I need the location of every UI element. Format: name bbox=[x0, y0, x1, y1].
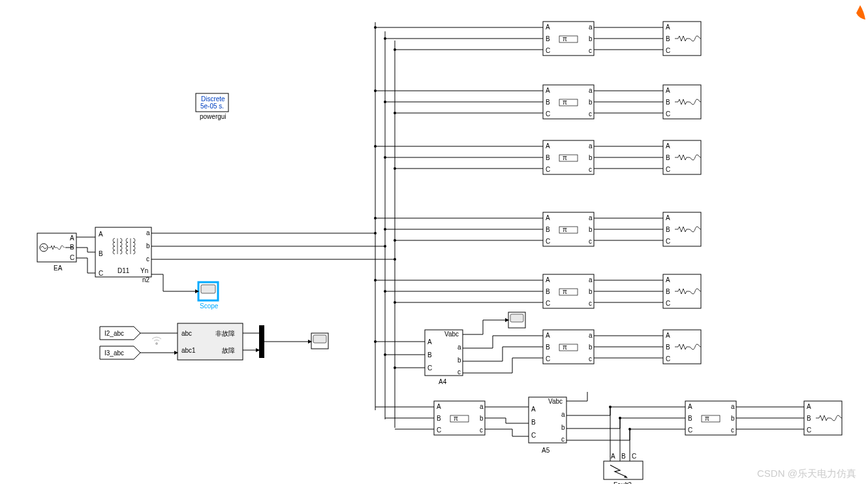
svg-text:A: A bbox=[99, 231, 103, 238]
svg-point-57 bbox=[394, 112, 396, 114]
scope-a4[interactable] bbox=[508, 312, 525, 328]
svg-point-65 bbox=[384, 290, 386, 293]
powergui-block[interactable]: Discrete 5e-05 s. powergui bbox=[196, 93, 228, 120]
svg-point-74 bbox=[609, 406, 612, 408]
svg-point-59 bbox=[384, 156, 386, 159]
svg-point-43 bbox=[156, 343, 158, 345]
load-4[interactable] bbox=[663, 212, 701, 246]
fault-label: Fault2 bbox=[613, 481, 632, 484]
scope-2[interactable] bbox=[311, 333, 328, 349]
transformer-block[interactable]: A C B a b c D11 Yn n2 bbox=[95, 227, 151, 283]
pi-5[interactable] bbox=[543, 274, 594, 308]
corner-badge bbox=[856, 5, 865, 20]
svg-point-60 bbox=[394, 167, 396, 170]
pi-1[interactable] bbox=[543, 22, 594, 56]
svg-point-58 bbox=[374, 145, 377, 148]
scope-main[interactable]: Scope bbox=[198, 282, 219, 310]
svg-text:D11: D11 bbox=[117, 267, 130, 274]
powergui-line2: 5e-05 s. bbox=[200, 103, 224, 110]
pi-4[interactable] bbox=[543, 212, 594, 246]
pi-6[interactable] bbox=[543, 330, 594, 364]
svg-point-49 bbox=[374, 232, 377, 234]
svg-text:Yn: Yn bbox=[140, 267, 148, 274]
svg-text:I2_abc: I2_abc bbox=[104, 330, 124, 337]
pi-3[interactable] bbox=[543, 140, 594, 174]
fault-block[interactable]: A B C Fault2 bbox=[604, 453, 643, 484]
svg-text:n2: n2 bbox=[142, 276, 150, 283]
subsystem[interactable]: abc abc1 非故障 故障 bbox=[178, 323, 243, 360]
svg-point-75 bbox=[619, 417, 621, 419]
from-i2[interactable]: I2_abc bbox=[100, 327, 140, 340]
svg-text:B: B bbox=[99, 250, 103, 257]
mux[interactable] bbox=[259, 325, 264, 358]
svg-rect-70 bbox=[604, 461, 643, 479]
svg-text:A: A bbox=[70, 234, 74, 242]
scope-label: Scope bbox=[200, 302, 219, 310]
svg-point-64 bbox=[374, 279, 377, 282]
svg-text:abc1: abc1 bbox=[181, 347, 196, 354]
svg-point-76 bbox=[628, 428, 631, 430]
svg-point-61 bbox=[374, 217, 377, 219]
a4-label: A4 bbox=[439, 378, 447, 385]
svg-text:c: c bbox=[146, 255, 149, 263]
svg-text:abc: abc bbox=[181, 330, 192, 337]
svg-text:C: C bbox=[99, 270, 103, 277]
svg-text:A: A bbox=[611, 453, 615, 460]
pi-2[interactable] bbox=[543, 85, 594, 119]
load-5[interactable] bbox=[663, 274, 701, 308]
powergui-label: powergui bbox=[200, 113, 226, 120]
load-7[interactable] bbox=[804, 401, 842, 435]
meas-a5[interactable] bbox=[529, 397, 566, 443]
load-6[interactable] bbox=[663, 330, 701, 364]
svg-rect-44 bbox=[178, 323, 243, 360]
svg-point-50 bbox=[384, 245, 386, 248]
load-2[interactable] bbox=[663, 85, 701, 119]
powergui-line1: Discrete bbox=[201, 95, 225, 103]
svg-text:b: b bbox=[146, 242, 150, 250]
load-1[interactable] bbox=[663, 22, 701, 56]
svg-point-54 bbox=[394, 48, 396, 51]
svg-point-52 bbox=[374, 26, 377, 29]
svg-text:I3_abc: I3_abc bbox=[104, 349, 124, 357]
meas-a4[interactable] bbox=[425, 330, 463, 376]
svg-text:C: C bbox=[70, 254, 74, 261]
svg-text:C: C bbox=[632, 453, 636, 460]
svg-text:故障: 故障 bbox=[222, 347, 235, 354]
watermark: CSDN @乐天电力仿真 bbox=[757, 468, 856, 479]
source-label: EA bbox=[54, 265, 63, 272]
a5-label: A5 bbox=[542, 447, 550, 454]
svg-point-66 bbox=[394, 301, 396, 304]
pi-7b[interactable] bbox=[685, 401, 736, 435]
svg-point-69 bbox=[394, 366, 396, 369]
wireless-icon bbox=[152, 337, 161, 344]
svg-point-53 bbox=[384, 37, 386, 40]
svg-text:B: B bbox=[70, 244, 74, 251]
svg-point-68 bbox=[384, 353, 386, 356]
source-block[interactable]: A B C EA bbox=[37, 233, 76, 272]
pi-7a[interactable] bbox=[434, 401, 485, 435]
svg-text:B: B bbox=[621, 453, 626, 460]
svg-rect-40 bbox=[201, 285, 215, 293]
simulink-diagram: Aa Bb Cc π A B C Vabc Aa Bb Cc Discrete … bbox=[0, 0, 868, 484]
svg-point-56 bbox=[384, 101, 386, 103]
svg-point-67 bbox=[374, 340, 377, 343]
svg-text:非故障: 非故障 bbox=[215, 330, 235, 337]
svg-point-63 bbox=[394, 239, 396, 242]
svg-point-55 bbox=[374, 89, 377, 92]
svg-point-51 bbox=[394, 258, 396, 261]
load-3[interactable] bbox=[663, 140, 701, 174]
svg-text:a: a bbox=[146, 229, 150, 236]
svg-point-62 bbox=[384, 228, 386, 231]
from-i3[interactable]: I3_abc bbox=[100, 346, 140, 359]
